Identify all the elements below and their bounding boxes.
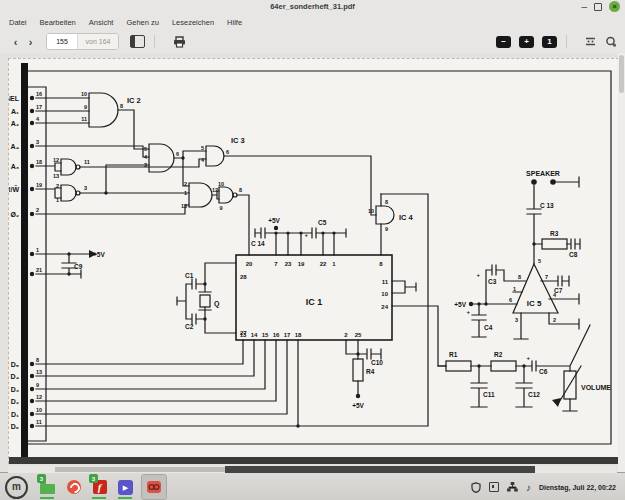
screenshot-tray-icon[interactable]	[489, 482, 499, 492]
print-icon[interactable]	[173, 36, 186, 48]
schematic-label: SPEAKER	[526, 170, 560, 177]
file-manager-launcher[interactable]: 3	[37, 475, 58, 499]
schematic-label: 6	[509, 297, 512, 303]
schematic-label: R4	[366, 368, 375, 375]
zoom-out-button[interactable]: −	[496, 36, 511, 48]
schematic-label: IC 5	[527, 299, 542, 308]
schematic-label: A₂	[11, 120, 19, 127]
schematic-label: 13	[53, 173, 59, 179]
toolbar-divider-2	[566, 35, 567, 48]
page-number-widget: von 164	[46, 33, 119, 50]
pdf-viewer-window: 64er_sonderheft_31.pdf – × Datei Bearbei…	[0, 0, 625, 500]
media-player-launcher[interactable]: ▶	[115, 475, 136, 499]
horizontal-scrollbar-shade	[55, 467, 225, 472]
mint-menu-button[interactable]: m	[5, 476, 28, 499]
schematic-label: 12	[53, 157, 59, 163]
menu-datei[interactable]: Datei	[9, 18, 27, 27]
zoom-in-button[interactable]: +	[519, 36, 534, 48]
previous-page-button[interactable]: ‹	[8, 35, 23, 49]
schematic-label: D₄	[11, 373, 19, 380]
maximize-button[interactable]	[594, 3, 602, 11]
schematic-label: 3	[84, 185, 87, 191]
schematic-label: 7	[545, 274, 548, 280]
schematic-label: 1	[36, 247, 39, 253]
active-app-icon	[146, 479, 162, 495]
schematic-label: 19	[36, 182, 42, 188]
schematic-label: D₀	[11, 423, 19, 430]
nand-inverter-b	[61, 185, 76, 201]
music-note-icon[interactable]: ♪	[526, 482, 531, 493]
mint-logo-icon: m	[12, 482, 21, 492]
schematic-label: 4	[36, 116, 40, 122]
ic4-gate	[376, 206, 394, 224]
fit-width-icon[interactable]	[585, 36, 596, 47]
running-indicator	[92, 497, 106, 499]
menu-lesezeichen[interactable]: Lesezeichen	[172, 18, 214, 27]
schematic-figure: OSELA₁A₂A₄A₃R/W̄Ø₂D₅D₄D₃D₂D₁D₀1617431819…	[9, 59, 618, 464]
taskbar: m 3 3 f ▶	[0, 472, 625, 500]
taskbar-clock[interactable]: Dienstag, Juli 22, 00:22	[539, 484, 616, 491]
schematic-label: 10	[218, 181, 224, 187]
f-app-badge: 3	[89, 474, 98, 483]
vertical-scrollbar[interactable]	[618, 53, 625, 472]
schematic-label: 9	[36, 382, 39, 388]
zoom-reset-button[interactable]: 1	[542, 36, 557, 48]
schematic-label: R1	[449, 351, 458, 358]
next-page-button[interactable]: ›	[23, 35, 38, 49]
schematic-label: 2	[184, 181, 187, 187]
vertical-scrollbar-thumb[interactable]	[619, 55, 624, 93]
schematic-label: +5V	[352, 402, 364, 409]
schematic-label: C12	[528, 391, 540, 398]
schematic-label: 1	[513, 286, 516, 292]
schematic-label: 10	[368, 208, 374, 214]
menu-ansicht[interactable]: Ansicht	[89, 18, 114, 27]
browser-icon	[67, 480, 81, 494]
schematic-label: C5	[318, 219, 327, 226]
menu-hilfe[interactable]: Hilfe	[227, 18, 242, 27]
schematic-label: R/W̄	[9, 185, 19, 193]
schematic-label: 17	[36, 104, 42, 110]
close-button[interactable]: ×	[609, 1, 620, 12]
schematic-labels: OSELA₁A₂A₄A₃R/W̄Ø₂D₅D₄D₃D₂D₁D₀1617431819…	[9, 91, 611, 430]
schematic-label: Q	[214, 300, 220, 308]
zoom-tool-icon[interactable]	[605, 36, 617, 48]
play-icon: ▶	[118, 480, 133, 495]
schematic-label: A₃	[11, 163, 19, 170]
schematic-label: D₃	[11, 386, 19, 393]
document-area: OSELA₁A₂A₄A₃R/W̄Ø₂D₅D₄D₃D₂D₁D₀1617431819…	[0, 53, 625, 472]
network-icon[interactable]	[507, 482, 518, 492]
minimize-button[interactable]: –	[581, 2, 587, 12]
page-number-input[interactable]	[47, 34, 78, 49]
active-app-button[interactable]	[141, 474, 167, 500]
schematic-label: IC 3	[231, 136, 245, 145]
schematic-label: 16	[273, 332, 280, 338]
shield-icon[interactable]	[471, 482, 481, 493]
ic2-and-gate	[89, 93, 118, 127]
schematic-label: 11	[36, 419, 42, 425]
and-gate-2	[149, 144, 174, 172]
schematic-label: 10	[36, 407, 42, 413]
schematic-label: 14	[251, 332, 258, 338]
schematic-label: 11	[382, 279, 389, 285]
schematic-label: 8	[239, 187, 242, 193]
schematic-label: VOLUME	[581, 384, 611, 391]
window-controls: – ×	[581, 1, 620, 12]
menu-gehen-zu[interactable]: Gehen zu	[126, 18, 159, 27]
sidebar-toggle-icon[interactable]	[130, 35, 145, 48]
menu-bearbeiten[interactable]: Bearbeiten	[40, 18, 76, 27]
schematic-label: 23	[285, 261, 292, 267]
running-indicator	[40, 497, 54, 499]
resistor-r3	[542, 239, 567, 249]
schematic-label: 13	[240, 332, 247, 338]
schematic-label: 2	[344, 332, 348, 338]
f-app-launcher[interactable]: 3 f	[89, 475, 110, 499]
schematic-label: C3	[488, 278, 497, 285]
browser-launcher[interactable]	[63, 475, 84, 499]
schematic-label: +	[476, 272, 480, 278]
nand-gate-d	[219, 187, 233, 203]
schematic-label: 5	[201, 145, 204, 151]
horizontal-scrollbar-thumb[interactable]	[225, 466, 535, 473]
schematic-label: A₄	[11, 143, 19, 150]
horizontal-scrollbar[interactable]	[8, 466, 617, 473]
schematic-label: 24	[381, 304, 388, 310]
